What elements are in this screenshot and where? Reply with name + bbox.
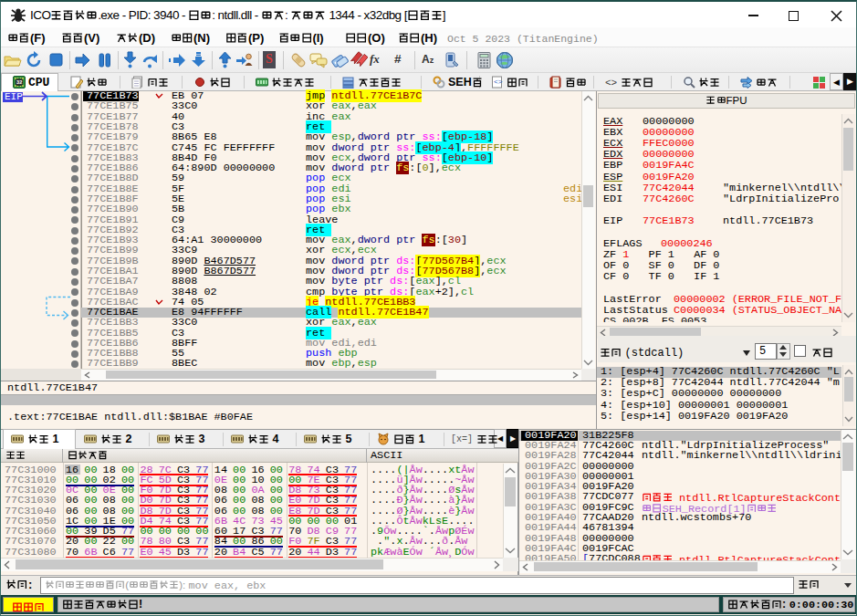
svg-text:<>: <>: [494, 78, 503, 86]
svg-text:<>: <>: [605, 78, 617, 89]
svg-text:32: 32: [16, 79, 22, 85]
